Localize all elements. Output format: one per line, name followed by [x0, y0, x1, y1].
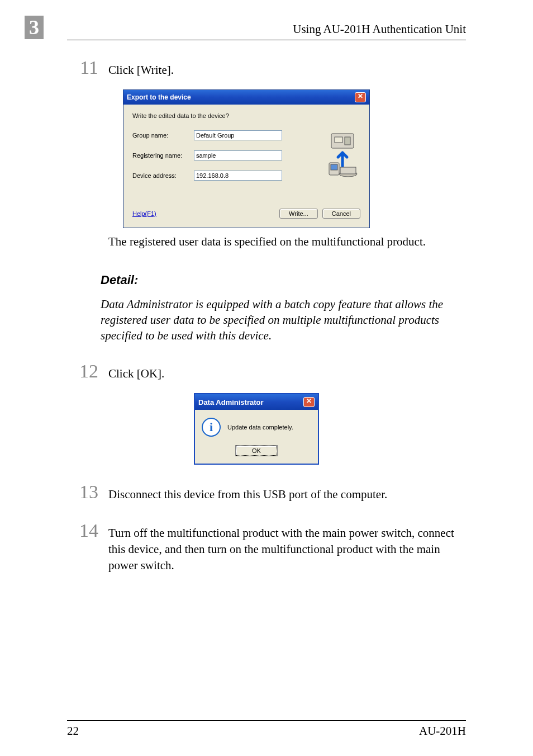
registering-name-input[interactable]	[194, 150, 282, 160]
chapter-number: 3	[25, 16, 44, 39]
dialog-prompt: Write the edited data to the device?	[132, 112, 360, 119]
group-name-input[interactable]	[194, 130, 282, 140]
ok-button[interactable]: OK	[236, 446, 277, 456]
page-number: 22	[67, 724, 79, 738]
step-text: Click [Write].	[108, 62, 174, 78]
cancel-button[interactable]: Cancel	[322, 209, 360, 219]
close-icon[interactable]: ✕	[355, 92, 366, 102]
group-name-label: Group name:	[132, 132, 194, 139]
device-address-label: Device address:	[132, 172, 194, 179]
step-number: 13	[67, 481, 98, 503]
step-number: 11	[67, 57, 98, 78]
header-title: Using AU-201H Authentication Unit	[67, 22, 466, 40]
step-11: 11 Click [Write].	[67, 57, 466, 78]
help-link[interactable]: Help(F1)	[132, 210, 156, 217]
dialog-message: Update data completely.	[227, 424, 293, 431]
info-icon: i	[202, 418, 221, 437]
close-icon[interactable]: ✕	[303, 397, 315, 407]
detail-body: Data Administrator is equipped with a ba…	[101, 296, 469, 344]
registering-name-label: Registering name:	[132, 152, 194, 159]
step-11-result: The registered user data is specified on…	[108, 234, 466, 250]
step-text: Click [OK].	[108, 366, 164, 382]
dialog-title: Export to the device	[127, 93, 191, 101]
product-code: AU-201H	[419, 724, 466, 738]
step-number: 14	[67, 520, 98, 541]
step-12: 12 Click [OK].	[67, 361, 466, 382]
data-administrator-dialog: Data Administrator ✕ i Update data compl…	[194, 393, 319, 465]
svg-rect-2	[345, 137, 350, 145]
dialog-titlebar: Export to the device ✕	[123, 90, 369, 105]
step-13: 13 Disconnect this device from this USB …	[67, 481, 466, 503]
export-dialog: Export to the device ✕ Write the edited …	[123, 89, 370, 228]
step-text: Disconnect this device from this USB por…	[108, 486, 387, 503]
device-transfer-icon	[327, 133, 358, 178]
step-number: 12	[67, 361, 98, 382]
step-14: 14 Turn off the multifunctional product …	[67, 520, 466, 574]
write-button[interactable]: Write...	[279, 209, 318, 219]
dialog-titlebar: Data Administrator ✕	[195, 394, 318, 410]
detail-heading: Detail:	[101, 273, 466, 287]
device-address-input[interactable]	[194, 171, 282, 181]
page-footer: 22 AU-201H	[67, 720, 466, 738]
dialog-title: Data Administrator	[198, 398, 264, 407]
svg-rect-4	[331, 164, 337, 170]
step-text: Turn off the multifunctional product wit…	[108, 525, 466, 574]
svg-rect-6	[340, 167, 356, 174]
svg-rect-1	[335, 137, 342, 143]
